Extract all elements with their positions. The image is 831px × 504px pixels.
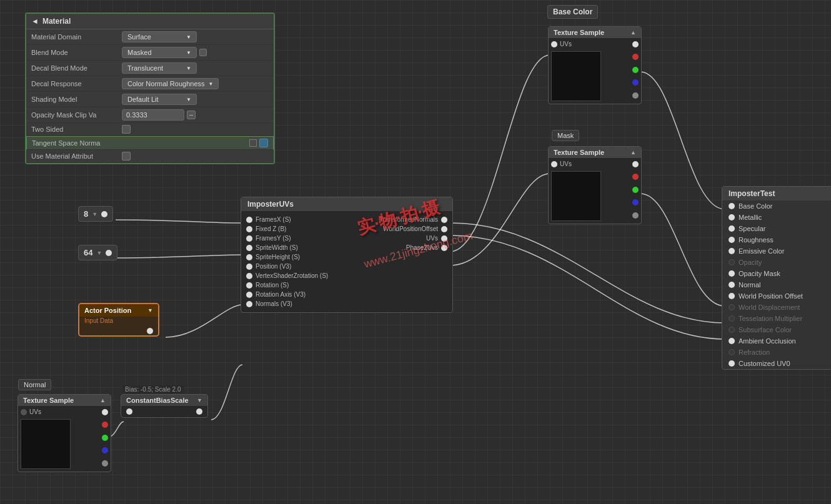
it-world-displacement-pin	[729, 304, 735, 310]
iuv-fixedz-label: Fixed Z (B)	[256, 225, 286, 232]
tex-top-uvs-pin-left	[551, 41, 557, 47]
it-ambient-occlusion: Ambient Occlusion	[722, 335, 831, 347]
tex-bottom-uvs-pin-left	[551, 161, 557, 167]
number-node-8: 8 ▼	[78, 206, 113, 222]
texture-sample-bottom-body	[549, 169, 641, 224]
cbs-header: ConstantBiasScale ▼	[121, 395, 207, 406]
tex-top-pin-alpha	[604, 92, 639, 99]
use-material-row: Use Material Attribut	[26, 150, 274, 163]
it-world-displacement-label: World Displacement	[739, 304, 800, 311]
iuv-normals: Normals (V3)	[246, 299, 342, 309]
it-normal: Normal	[722, 279, 831, 290]
two-sided-checkbox[interactable]	[122, 125, 131, 134]
it-metallic: Metallic	[722, 212, 831, 223]
imposter-test-panel: ImposterTest Base Color Metallic Specula…	[722, 186, 831, 370]
it-subsurface-pin	[729, 327, 735, 333]
two-sided-row: Two Sided	[26, 123, 274, 136]
it-opacity-pin	[729, 259, 735, 265]
tex-lower-arrow: ▲	[100, 397, 106, 403]
it-subsurface-label: Subsurface Color	[739, 326, 792, 334]
actor-position-header: Actor Position ▼	[79, 304, 158, 317]
iuv-transformed-pin	[441, 217, 447, 223]
number-8-arrow: ▼	[92, 211, 97, 217]
tangent-space-extra	[259, 139, 268, 147]
decal-response-dropdown[interactable]: Color Normal Roughness	[122, 78, 219, 89]
it-customized-uv0: Customized UV0	[722, 358, 831, 369]
use-material-checkbox[interactable]	[122, 152, 131, 161]
it-specular-pin	[729, 225, 735, 232]
tangent-space-checkbox[interactable]	[249, 139, 257, 147]
iuv-phase2uvs: Phase2Uvs	[352, 243, 447, 252]
texture-sample-lower: Texture Sample ▲ UVs	[17, 394, 111, 472]
texture-sample-bottom-header: Texture Sample ▲	[549, 147, 641, 158]
opacity-mask-row: Opacity Mask Clip Va	[26, 107, 274, 123]
texture-sample-top: Texture Sample ▲ UVs	[548, 26, 642, 104]
mask-label: Mask	[552, 130, 579, 141]
shading-model-label: Shading Model	[31, 96, 122, 103]
tex-top-alpha-dot	[632, 92, 639, 99]
tex-lower-red-dot	[102, 422, 108, 428]
imposter-uvs-header: ImposterUVs	[241, 197, 452, 211]
actor-position-pin-row	[79, 327, 158, 335]
texture-sample-top-pins	[604, 51, 639, 101]
texture-sample-lower-title: Texture Sample	[23, 397, 74, 404]
material-domain-dropdown[interactable]: Surface	[122, 31, 197, 42]
iuv-vertexshader: VertexShaderZrotation (S)	[246, 271, 342, 280]
cbs-input-pin	[126, 408, 132, 415]
it-roughness-pin	[729, 237, 735, 243]
imposter-test-header: ImposterTest	[722, 187, 831, 200]
iuv-fixedz-pin	[246, 226, 252, 232]
it-customized-uv0-label: Customized UV0	[739, 360, 790, 367]
texture-sample-lower-pins	[73, 419, 108, 469]
use-material-label: Use Material Attribut	[31, 152, 122, 160]
material-panel-header: ◄ Material	[26, 14, 274, 29]
it-world-pos-offset: World Position Offset	[722, 290, 831, 302]
it-world-pos-offset-label: World Position Offset	[739, 292, 803, 300]
tex-lower-green-dot	[102, 435, 108, 441]
texture-sample-lower-preview	[21, 419, 71, 469]
iuv-worldpos: WorldPositionOffset	[352, 224, 447, 234]
tex-lower-pin-alpha	[73, 460, 108, 467]
it-opacity: Opacity	[722, 257, 831, 268]
tex-bot-pin-red	[604, 174, 639, 180]
it-roughness-label: Roughness	[739, 236, 774, 244]
tex-bot-green-dot	[632, 187, 639, 193]
iuv-framesy: FramesY (S)	[246, 234, 342, 243]
decal-blend-mode-dropdown[interactable]: Translucent	[122, 62, 197, 74]
decal-blend-mode-label: Decal Blend Mode	[31, 64, 122, 72]
iuv-uvs-out: UVs	[352, 234, 447, 243]
it-ambient-pin	[729, 338, 735, 344]
it-emissive-color: Emissive Color	[722, 245, 831, 257]
iuv-vertexshader-label: VertexShaderZrotation (S)	[256, 272, 328, 279]
texture-sample-bottom: Texture Sample ▲ UVs	[548, 146, 642, 224]
it-normal-label: Normal	[739, 281, 760, 289]
it-refraction: Refraction	[722, 347, 831, 358]
iuv-normals-label: Normals (V3)	[256, 300, 292, 307]
number-8-value: 8	[84, 209, 88, 219]
number-node-64: 64 ▼	[78, 245, 117, 260]
iuv-rotationaxis: Rotation Axis (V3)	[246, 290, 342, 299]
it-ambient-label: Ambient Occlusion	[739, 337, 796, 345]
blend-mode-row: Blend Mode Masked	[26, 45, 274, 61]
it-roughness: Roughness	[722, 234, 831, 245]
num-8-pin	[101, 211, 107, 217]
it-emissive-pin	[729, 248, 735, 254]
material-panel-title: Material	[42, 17, 71, 26]
actor-position-subtitle: Input Data	[79, 317, 158, 327]
actor-position-arrow: ▼	[147, 307, 153, 314]
tex-bot-pin-blue	[604, 199, 639, 205]
bias-label-text: Bias: -0.5; Scale 2.0	[125, 386, 181, 393]
shading-model-dropdown[interactable]: Default Lit	[122, 94, 197, 105]
blend-mode-dropdown[interactable]: Masked	[122, 47, 197, 58]
texture-sample-top-preview	[551, 51, 601, 101]
cbs-title: ConstantBiasScale	[126, 397, 189, 404]
imposter-uvs-body: FramesX (S) Fixed Z (B) FramesY (S) Spri…	[241, 211, 452, 312]
iuv-uvs-out-label: UVs	[426, 235, 438, 242]
iuv-transformed: TransformedNormals	[352, 215, 447, 224]
iuv-position: Position (V3)	[246, 262, 342, 271]
opacity-mask-input[interactable]	[122, 109, 184, 121]
iuv-rotationaxis-pin	[246, 292, 252, 298]
panel-arrow-icon: ◄	[31, 17, 39, 26]
it-opacity-mask-label: Opacity Mask	[739, 270, 780, 277]
tex-bottom-arrow: ▲	[630, 149, 636, 156]
